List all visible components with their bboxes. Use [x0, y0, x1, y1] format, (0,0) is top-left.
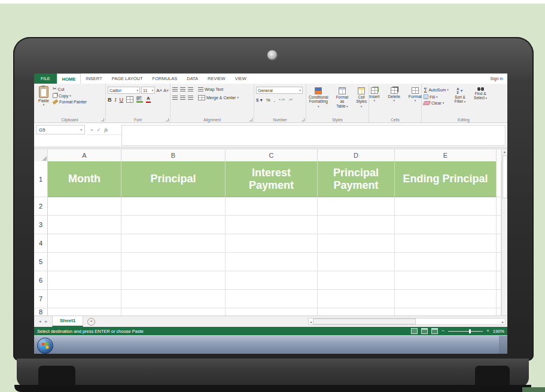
number-format-select[interactable]: General ▾: [256, 87, 303, 94]
cell[interactable]: [395, 216, 497, 234]
start-button[interactable]: [37, 338, 53, 354]
cancel-icon[interactable]: ×: [90, 127, 93, 133]
cell[interactable]: [318, 234, 395, 253]
cell[interactable]: [121, 234, 226, 253]
italic-icon[interactable]: I: [115, 97, 117, 103]
cell[interactable]: [318, 253, 395, 271]
tab-view[interactable]: VIEW: [230, 74, 251, 84]
row-header-5[interactable]: 5: [34, 253, 48, 271]
cell[interactable]: [121, 271, 226, 290]
zoom-out-icon[interactable]: −: [442, 329, 444, 333]
horizontal-scroll-thumb[interactable]: [313, 318, 416, 324]
page-break-view-icon[interactable]: [431, 328, 438, 334]
paste-button[interactable]: Paste ▾: [36, 85, 51, 107]
tab-page-layout[interactable]: PAGE LAYOUT: [107, 74, 148, 84]
row-header-7[interactable]: 7: [34, 290, 48, 308]
conditional-formatting-button[interactable]: Conditional Formatting ▾: [306, 87, 331, 109]
align-center-icon[interactable]: [180, 96, 185, 100]
horizontal-scrollbar[interactable]: ◂ ▸: [308, 318, 506, 325]
cell[interactable]: [497, 216, 501, 234]
tab-review[interactable]: REVIEW: [203, 74, 230, 84]
row-header-2[interactable]: 2: [34, 197, 48, 216]
autosum-button[interactable]: ∑ AutoSum ▾: [424, 87, 449, 93]
cell[interactable]: [497, 290, 501, 308]
vertical-scrollbar[interactable]: ▴: [501, 149, 507, 316]
cell[interactable]: [48, 271, 121, 290]
zoom-slider-thumb[interactable]: [469, 329, 471, 333]
cell[interactable]: [226, 216, 318, 234]
scroll-right-icon[interactable]: ▸: [501, 320, 505, 324]
cell[interactable]: [395, 308, 497, 316]
fill-button[interactable]: ↓ Fill ▾: [424, 94, 449, 99]
increase-decimal-icon[interactable]: ⁺·⁰⁰: [279, 98, 285, 102]
cell[interactable]: [395, 290, 497, 308]
normal-view-icon[interactable]: [411, 328, 418, 334]
cell[interactable]: [497, 308, 501, 316]
sign-in-link[interactable]: Sign in: [491, 74, 507, 84]
accounting-format-icon[interactable]: $ ▾: [256, 97, 263, 103]
cell[interactable]: [395, 271, 497, 290]
cell[interactable]: [226, 197, 318, 216]
cell-a1[interactable]: Month: [48, 161, 121, 197]
cell[interactable]: [318, 308, 395, 316]
row-header-4[interactable]: 4: [34, 234, 48, 253]
cell[interactable]: [121, 197, 226, 216]
align-left-icon[interactable]: [172, 96, 178, 100]
underline-icon[interactable]: U: [120, 97, 124, 103]
cell-e1[interactable]: Ending Principal: [395, 161, 497, 197]
borders-icon[interactable]: [126, 96, 133, 103]
column-header-c[interactable]: C: [226, 149, 318, 161]
format-as-table-button[interactable]: Format as Table ▾: [334, 87, 351, 109]
cell[interactable]: [497, 234, 501, 253]
align-top-icon[interactable]: [172, 87, 178, 91]
row-header-8[interactable]: 8: [34, 308, 48, 316]
cell[interactable]: [395, 253, 497, 271]
format-painter-button[interactable]: Format Painter: [53, 100, 87, 104]
column-header-e[interactable]: E: [395, 149, 497, 161]
prev-sheet-icon[interactable]: ◂: [39, 319, 41, 324]
next-sheet-icon[interactable]: ▸: [45, 319, 48, 324]
align-middle-icon[interactable]: [180, 87, 185, 91]
cell[interactable]: [121, 216, 226, 234]
column-header-a[interactable]: A: [48, 149, 121, 161]
cell[interactable]: [497, 253, 501, 271]
cell-d1[interactable]: Principal Payment: [318, 161, 395, 197]
zoom-in-icon[interactable]: +: [486, 329, 489, 333]
cell[interactable]: [226, 290, 318, 308]
grow-font-icon[interactable]: A˄: [156, 88, 162, 93]
percent-format-icon[interactable]: %: [266, 97, 270, 103]
scroll-up-icon[interactable]: ▴: [502, 149, 507, 155]
formula-input[interactable]: [121, 125, 506, 146]
tab-insert[interactable]: INSERT: [81, 74, 106, 84]
vertical-scroll-thumb[interactable]: [503, 155, 507, 198]
dialog-launcher-icon[interactable]: [101, 118, 104, 121]
cell[interactable]: [395, 234, 497, 253]
row-header-6[interactable]: 6: [34, 271, 48, 290]
zoom-level[interactable]: 190%: [493, 329, 504, 334]
cell[interactable]: [226, 253, 318, 271]
cell[interactable]: [497, 271, 501, 290]
shrink-font-icon[interactable]: A˅: [163, 88, 169, 93]
cell[interactable]: [226, 234, 318, 253]
sheet-tab-sheet1[interactable]: Sheet1: [52, 316, 83, 327]
cell[interactable]: [48, 308, 121, 316]
row-header-3[interactable]: 3: [34, 216, 48, 234]
zoom-slider[interactable]: [448, 331, 483, 332]
tab-home[interactable]: HOME: [57, 74, 81, 84]
comma-format-icon[interactable]: ,: [274, 97, 275, 103]
cell[interactable]: [48, 216, 121, 234]
new-sheet-icon[interactable]: +: [87, 318, 95, 326]
name-box[interactable]: G5 ▾: [36, 125, 85, 134]
cell[interactable]: [48, 290, 121, 308]
cell[interactable]: [395, 197, 497, 216]
cell[interactable]: [497, 161, 501, 197]
cell[interactable]: [121, 308, 226, 316]
cell[interactable]: [226, 308, 318, 316]
copy-button[interactable]: Copy ▾: [53, 93, 87, 98]
row-header-1[interactable]: 1: [34, 161, 48, 197]
insert-function-icon[interactable]: fx: [104, 127, 108, 133]
cell[interactable]: [318, 271, 395, 290]
bold-icon[interactable]: B: [108, 97, 112, 103]
enter-icon[interactable]: ✓: [97, 127, 101, 133]
insert-cells-button[interactable]: Insert ▾: [367, 87, 382, 103]
